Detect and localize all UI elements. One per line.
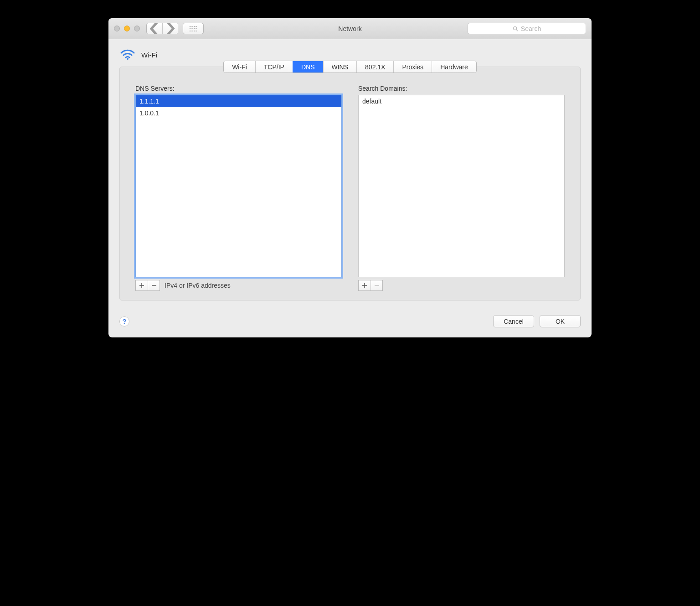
minimize-window-button[interactable] xyxy=(124,26,130,31)
search-domains-label: Search Domains: xyxy=(358,85,565,92)
wifi-icon xyxy=(119,47,136,62)
dns-servers-label: DNS Servers: xyxy=(135,85,342,92)
tab-8021x[interactable]: 802.1X xyxy=(356,61,393,73)
svg-rect-9 xyxy=(192,31,193,31)
tab-hardware[interactable]: Hardware xyxy=(432,61,476,73)
help-button[interactable]: ? xyxy=(119,316,129,326)
svg-rect-2 xyxy=(194,26,195,27)
dialog-footer: ? Cancel OK xyxy=(108,309,592,337)
svg-rect-7 xyxy=(196,28,197,29)
close-window-button[interactable] xyxy=(114,26,120,31)
domains-remove-button xyxy=(371,280,382,290)
dns-server-row[interactable]: 1.0.0.1 xyxy=(136,107,341,119)
search-domains-list[interactable]: default xyxy=(358,95,565,277)
chevron-left-icon xyxy=(147,23,162,34)
search-field[interactable]: Search xyxy=(468,23,586,34)
search-domain-row[interactable]: default xyxy=(359,95,564,107)
dns-servers-list[interactable]: 1.1.1.1 1.0.0.1 xyxy=(135,95,342,277)
svg-line-13 xyxy=(516,29,518,31)
forward-button[interactable] xyxy=(162,23,178,34)
dns-servers-column: DNS Servers: 1.1.1.1 1.0.0.1 xyxy=(135,85,342,291)
svg-rect-5 xyxy=(192,28,193,29)
dns-remove-button[interactable] xyxy=(148,280,160,290)
settings-panel: Wi-Fi TCP/IP DNS WINS 802.1X Proxies Har… xyxy=(119,67,581,300)
plus-icon xyxy=(362,283,367,288)
nav-back-forward xyxy=(146,23,178,34)
cancel-button[interactable]: Cancel xyxy=(493,315,534,327)
dns-helper-text: IPv4 or IPv6 addresses xyxy=(165,282,231,289)
show-all-button[interactable] xyxy=(183,23,204,34)
tab-dns[interactable]: DNS xyxy=(293,61,323,73)
minus-icon xyxy=(374,283,380,288)
chevron-right-icon xyxy=(163,23,178,34)
svg-point-14 xyxy=(127,58,129,60)
svg-rect-10 xyxy=(194,31,195,31)
interface-name: Wi-Fi xyxy=(141,51,157,59)
dns-add-button[interactable] xyxy=(136,280,148,290)
dns-server-row[interactable]: 1.1.1.1 xyxy=(136,95,341,107)
search-icon xyxy=(513,26,518,31)
plus-icon xyxy=(139,283,144,288)
svg-rect-4 xyxy=(190,28,190,29)
titlebar: Network Search xyxy=(108,18,592,39)
tab-bar: Wi-Fi TCP/IP DNS WINS 802.1X Proxies Har… xyxy=(120,61,580,73)
svg-rect-6 xyxy=(194,28,195,29)
network-preferences-window: Network Search Wi-Fi Wi-Fi TCP/IP xyxy=(108,18,592,337)
domains-add-button[interactable] xyxy=(359,280,371,290)
tab-wins[interactable]: WINS xyxy=(323,61,357,73)
svg-rect-8 xyxy=(190,31,190,31)
back-button[interactable] xyxy=(147,23,162,34)
svg-rect-1 xyxy=(192,26,193,27)
domains-add-remove xyxy=(358,280,383,291)
tab-wifi[interactable]: Wi-Fi xyxy=(224,61,255,73)
tab-proxies[interactable]: Proxies xyxy=(393,61,432,73)
minus-icon xyxy=(151,283,157,288)
window-controls xyxy=(114,26,140,31)
grid-icon xyxy=(190,26,197,31)
dns-add-remove xyxy=(135,280,160,291)
ok-button[interactable]: OK xyxy=(540,315,581,327)
zoom-window-button[interactable] xyxy=(134,26,140,31)
search-placeholder: Search xyxy=(521,25,541,32)
svg-point-12 xyxy=(514,26,517,30)
tab-tcpip[interactable]: TCP/IP xyxy=(255,61,293,73)
svg-rect-11 xyxy=(196,31,197,31)
search-domains-column: Search Domains: default xyxy=(358,85,565,291)
svg-rect-0 xyxy=(190,26,190,27)
svg-rect-3 xyxy=(196,26,197,27)
